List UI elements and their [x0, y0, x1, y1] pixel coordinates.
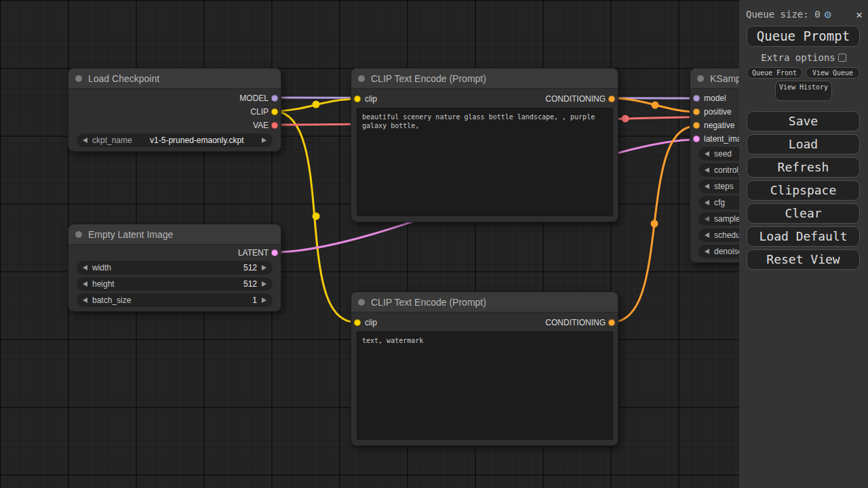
widget-label: batch_size [92, 296, 131, 305]
link-midpoint-dot[interactable] [651, 220, 658, 228]
widget-label: height [92, 279, 115, 289]
collapse-dot-icon[interactable] [358, 75, 365, 82]
input-socket-latent-image[interactable] [693, 136, 700, 142]
widget-label: steps [714, 182, 734, 191]
widget-label: width [92, 263, 111, 272]
menu-header: Queue size: 0 ⚙ ✕ [746, 7, 863, 22]
input-socket-negative[interactable] [693, 122, 700, 129]
queue-prompt-button[interactable]: Queue Prompt [747, 26, 860, 47]
decrement-arrow-icon[interactable] [705, 216, 709, 222]
input-socket-model[interactable] [693, 95, 700, 102]
input-label-model: model [704, 92, 726, 104]
height-widget[interactable]: height 512 [77, 277, 273, 291]
node-title-bar[interactable]: Load Checkpoint [68, 68, 281, 89]
output-label-conditioning: CONDITIONING [545, 317, 606, 329]
output-label-clip: CLIP [250, 106, 269, 118]
collapse-dot-icon[interactable] [75, 75, 82, 82]
widget-value: 1 [252, 296, 257, 305]
increment-arrow-icon[interactable] [262, 138, 267, 143]
decrement-arrow-icon[interactable] [83, 265, 87, 270]
batch-size-widget[interactable]: batch_size 1 [77, 293, 273, 307]
clipspace-button[interactable]: Clipspace [747, 180, 860, 201]
output-socket-conditioning[interactable] [608, 319, 615, 326]
reset-view-button[interactable]: Reset View [747, 249, 860, 270]
widget-value: 512 [243, 263, 257, 272]
decrement-arrow-icon[interactable] [83, 298, 87, 303]
node-title-bar[interactable]: CLIP Text Encode (Prompt) [351, 292, 618, 312]
node-title: Empty Latent Image [88, 229, 173, 240]
output-label-model: MODEL [239, 92, 269, 104]
load-button[interactable]: Load [747, 134, 860, 155]
output-socket-latent[interactable] [271, 249, 278, 256]
decrement-arrow-icon[interactable] [705, 200, 709, 205]
decrement-arrow-icon[interactable] [705, 167, 709, 173]
input-socket-clip[interactable] [354, 319, 361, 326]
extra-options-checkbox[interactable] [838, 54, 846, 62]
widget-label: denoise [714, 247, 743, 256]
queue-front-button[interactable]: Queue Front [747, 67, 802, 79]
node-title: Load Checkpoint [88, 73, 159, 84]
node-title-bar[interactable]: CLIP Text Encode (Prompt) [351, 68, 618, 89]
node-title: CLIP Text Encode (Prompt) [371, 297, 486, 308]
close-icon[interactable]: ✕ [856, 8, 863, 21]
link-midpoint-dot[interactable] [313, 213, 320, 220]
load-default-button[interactable]: Load Default [747, 226, 860, 247]
input-label-clip: clip [365, 93, 377, 105]
widget-value: v1-5-pruned-emaonly.ckpt [137, 136, 257, 145]
input-socket-positive[interactable] [693, 108, 700, 115]
output-label-conditioning: CONDITIONING [545, 93, 606, 105]
input-label-clip: clip [365, 317, 377, 329]
settings-gear-icon[interactable]: ⚙ [825, 7, 831, 21]
extra-options-label: Extra options [761, 52, 835, 63]
increment-arrow-icon[interactable] [262, 265, 267, 270]
clear-button[interactable]: Clear [747, 203, 860, 224]
link-midpoint-dot[interactable] [313, 101, 320, 108]
output-socket-conditioning[interactable] [608, 96, 615, 102]
node-clip-text-encode-positive[interactable]: CLIP Text Encode (Prompt) clip CONDITION… [351, 68, 618, 222]
positive-prompt-textarea[interactable]: beautiful scenery nature glass bottle la… [357, 108, 613, 216]
collapse-dot-icon[interactable] [697, 75, 704, 82]
increment-arrow-icon[interactable] [262, 281, 267, 287]
input-label-positive: positive [704, 106, 732, 118]
decrement-arrow-icon[interactable] [83, 281, 87, 287]
collapse-dot-icon[interactable] [358, 299, 365, 306]
input-label-negative: negative [704, 119, 734, 131]
node-empty-latent-image[interactable]: Empty Latent Image LATENT width 512 heig… [68, 224, 281, 312]
output-socket-model[interactable] [271, 95, 278, 102]
view-history-button[interactable]: View History [775, 81, 832, 101]
extra-options-row: Extra options [739, 53, 868, 62]
queue-size-label: Queue size: 0 [746, 9, 821, 20]
increment-arrow-icon[interactable] [262, 298, 267, 303]
node-title: CLIP Text Encode (Prompt) [371, 73, 486, 84]
output-label-latent: LATENT [238, 247, 269, 259]
negative-prompt-textarea[interactable]: text, watermark [357, 331, 613, 440]
ckpt-name-widget[interactable]: ckpt_name v1-5-pruned-emaonly.ckpt [77, 134, 273, 147]
decrement-arrow-icon[interactable] [705, 151, 709, 157]
widget-label: cfg [714, 198, 725, 207]
collapse-dot-icon[interactable] [75, 231, 82, 238]
link-midpoint-dot[interactable] [652, 102, 659, 109]
decrement-arrow-icon[interactable] [705, 232, 709, 238]
node-title-bar[interactable]: Empty Latent Image [68, 224, 281, 245]
decrement-arrow-icon[interactable] [83, 138, 87, 143]
save-button[interactable]: Save [747, 111, 860, 131]
link-midpoint-dot[interactable] [622, 115, 629, 123]
output-socket-vae[interactable] [271, 122, 278, 129]
widget-value: 512 [243, 279, 257, 289]
input-socket-clip[interactable] [354, 96, 361, 102]
refresh-button[interactable]: Refresh [747, 157, 860, 178]
decrement-arrow-icon[interactable] [705, 249, 709, 254]
output-socket-clip[interactable] [271, 108, 278, 115]
output-label-vae: VAE [253, 119, 269, 131]
node-clip-text-encode-negative[interactable]: CLIP Text Encode (Prompt) clip CONDITION… [351, 291, 618, 446]
comfy-menu-panel: Queue size: 0 ⚙ ✕ Queue Prompt Extra opt… [739, 0, 868, 488]
width-widget[interactable]: width 512 [77, 261, 273, 274]
widget-label: seed [714, 149, 732, 159]
view-queue-button[interactable]: View Queue [806, 67, 860, 79]
node-load-checkpoint[interactable]: Load Checkpoint MODEL CLIP VAE ckpt_name… [68, 68, 281, 152]
widget-label: ckpt_name [92, 136, 132, 145]
decrement-arrow-icon[interactable] [705, 184, 709, 189]
